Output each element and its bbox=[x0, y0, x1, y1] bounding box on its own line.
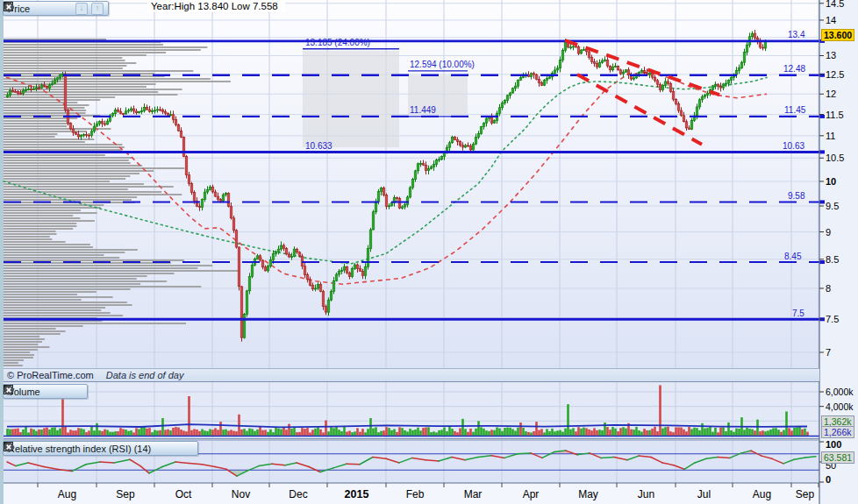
month-label: Oct bbox=[175, 488, 192, 500]
chart-canvas[interactable] bbox=[0, 0, 858, 504]
trading-app-window: Price ↓ ↑ Year:High 13.840 Low 7.558 © P… bbox=[0, 0, 858, 504]
month-label: May bbox=[578, 488, 598, 500]
level-label: 8.45 bbox=[784, 252, 801, 261]
month-label: Jun bbox=[638, 488, 654, 500]
wrench-icon[interactable] bbox=[44, 387, 54, 397]
move-down-icon[interactable]: ↓ bbox=[75, 3, 88, 15]
annotation-label: 12.594 (10.00%) bbox=[410, 60, 475, 69]
rsi-value-tag: 63.581 bbox=[821, 451, 854, 464]
annotation-label: 13.185 (24.00%) bbox=[305, 38, 370, 47]
provider-credit: © ProRealTime.com bbox=[7, 370, 94, 380]
price-axis-label: 7.5 bbox=[826, 314, 839, 324]
price-axis-label: 12.5 bbox=[826, 69, 844, 80]
level-label: 12.48 bbox=[783, 64, 805, 74]
month-label: Jul bbox=[697, 488, 711, 500]
rsi-panel-title: Relative strength index (RSI) (14) bbox=[8, 444, 151, 454]
wrench-icon[interactable] bbox=[33, 4, 44, 14]
rsi-axis-label: 0 bbox=[826, 474, 831, 485]
month-label: Sep bbox=[116, 488, 134, 500]
price-axis-label: 10.5 bbox=[826, 153, 844, 163]
level-label: 11.45 bbox=[784, 105, 805, 115]
close-icon[interactable] bbox=[72, 387, 82, 397]
annotation-label: 11.449 bbox=[410, 105, 436, 115]
volume-axis-label: 6,000k bbox=[826, 387, 854, 397]
rsi-panel-header[interactable]: Relative strength index (RSI) (14) bbox=[3, 441, 198, 456]
maximize-icon[interactable] bbox=[58, 387, 68, 397]
month-label: Mar bbox=[464, 488, 483, 500]
price-axis-label: 12 bbox=[826, 89, 836, 99]
level-label: 10.63 bbox=[783, 141, 804, 151]
volume-panel-header[interactable]: Volume bbox=[3, 384, 88, 399]
close-icon[interactable] bbox=[61, 4, 72, 14]
month-label: Sep bbox=[796, 488, 814, 500]
data-note: Data is end of day bbox=[106, 370, 184, 380]
price-axis-label: 8 bbox=[826, 283, 831, 294]
rsi-axis-label: 100 bbox=[826, 439, 841, 450]
price-axis-label: 9 bbox=[826, 227, 831, 238]
maximize-icon[interactable] bbox=[47, 4, 58, 14]
year-high-low-stats: Year:High 13.840 Low 7.558 bbox=[147, 0, 285, 12]
level-label: 9.58 bbox=[788, 191, 804, 201]
annotation-label: 10.633 bbox=[305, 141, 332, 151]
month-label: 2015 bbox=[345, 488, 369, 500]
month-label: Feb bbox=[406, 488, 425, 500]
move-up-icon[interactable]: ↑ bbox=[91, 3, 104, 15]
price-axis-label: 14 bbox=[826, 15, 836, 25]
volume-axis-label: 4,000k bbox=[826, 401, 854, 412]
last-price-tag: 13.600 bbox=[821, 29, 854, 41]
month-label: Apr bbox=[523, 488, 540, 500]
level-label: 7.5 bbox=[792, 309, 804, 318]
price-axis-label: 7 bbox=[826, 347, 831, 358]
price-axis-label: 11 bbox=[826, 131, 835, 141]
price-axis-label: 8.5 bbox=[826, 254, 839, 265]
price-axis-label: 10 bbox=[826, 176, 836, 187]
wrench-icon[interactable] bbox=[154, 444, 165, 454]
month-label: Aug bbox=[58, 488, 76, 500]
close-icon[interactable] bbox=[182, 444, 193, 454]
volume-ma-tag: 1,266k bbox=[821, 426, 854, 438]
maximize-icon[interactable] bbox=[168, 444, 179, 454]
price-axis-label: 14.5 bbox=[826, 0, 844, 9]
price-panel-header[interactable]: Price ↓ ↑ bbox=[3, 1, 109, 16]
month-label: Nov bbox=[232, 488, 250, 500]
month-label: Aug bbox=[753, 488, 771, 500]
month-label: Dec bbox=[289, 488, 307, 500]
price-axis-label: 11.5 bbox=[826, 110, 844, 120]
price-axis-label: 9.5 bbox=[826, 201, 839, 211]
level-label: 13.4 bbox=[788, 30, 804, 39]
copyright-bar: © ProRealTime.com Data is end of day bbox=[4, 368, 819, 381]
price-axis-label: 13 bbox=[826, 50, 836, 60]
